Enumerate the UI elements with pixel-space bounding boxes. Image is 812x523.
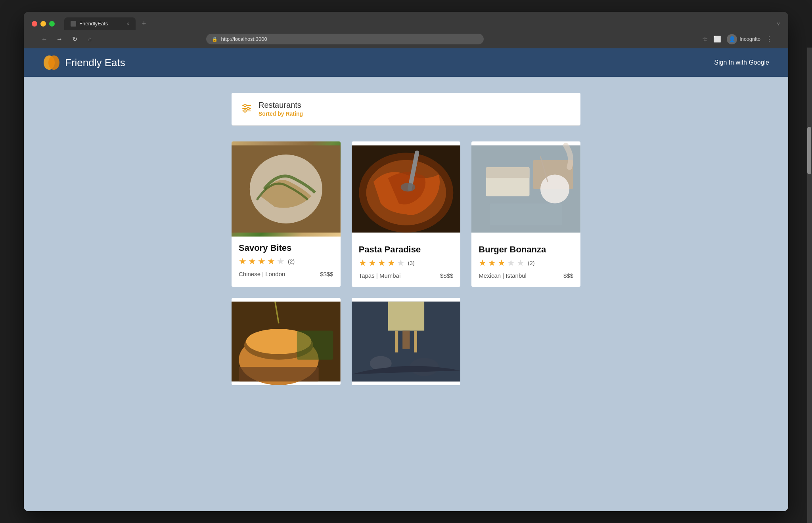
card-body: Savory Bites ★ ★ ★ ★ ★ (2) Chinese | Lon… [232, 237, 341, 285]
svg-rect-35 [414, 331, 417, 353]
star-3: ★ [498, 258, 506, 268]
minimize-dot[interactable] [40, 21, 46, 27]
restaurant-image [352, 141, 461, 238]
incognito-avatar: 👤 [727, 34, 737, 44]
star-4: ★ [267, 256, 275, 267]
title-bar: FriendlyEats × + ∨ ← → ↻ ⌂ 🔒 http://loca… [24, 12, 788, 48]
restaurant-image [352, 298, 461, 385]
restaurant-image [471, 141, 580, 238]
close-dot[interactable] [32, 21, 37, 27]
restaurant-card[interactable]: Burger Bonanza ★ ★ ★ ★ ★ (2) Mexican | I… [471, 141, 580, 287]
card-body: Pasta Paradise ★ ★ ★ ★ ★ (3) Tapas | Mum… [352, 238, 461, 287]
restaurant-card[interactable]: Savory Bites ★ ★ ★ ★ ★ (2) Chinese | Lon… [232, 141, 341, 287]
review-count: (2) [528, 260, 534, 266]
url-text: http://localhost:3000 [221, 36, 267, 42]
filter-icon [241, 102, 252, 116]
stars-row: ★ ★ ★ ★ ★ (2) [479, 258, 573, 268]
filter-subtitle: Sorted by Rating [259, 111, 303, 117]
svg-rect-33 [388, 302, 424, 330]
star-1: ★ [479, 258, 486, 268]
star-5: ★ [517, 258, 525, 268]
svg-rect-34 [395, 331, 398, 353]
star-1: ★ [239, 256, 247, 267]
star-2: ★ [488, 258, 496, 268]
filter-header: Restaurants Sorted by Rating [232, 93, 580, 126]
address-bar-row: ← → ↻ ⌂ 🔒 http://localhost:3000 ☆ ⬜ 👤 In… [32, 30, 780, 48]
content-wrapper: Restaurants Sorted by Rating [224, 93, 588, 385]
review-count: (2) [288, 258, 295, 265]
restaurant-name: Pasta Paradise [359, 244, 454, 255]
stars-row: ★ ★ ★ ★ ★ (2) [239, 256, 333, 267]
svg-rect-10 [232, 145, 341, 233]
incognito-label: Incognito [739, 36, 760, 42]
card-meta: Chinese | London $$$$ [239, 271, 333, 277]
traffic-lights [32, 21, 55, 27]
filter-title: Restaurants [259, 101, 303, 110]
tab-menu-button[interactable]: ∨ [777, 21, 780, 27]
incognito-badge[interactable]: 👤 Incognito [727, 34, 760, 44]
price: $$$$ [440, 272, 453, 279]
tab-title: FriendlyEats [79, 21, 108, 27]
svg-point-7 [244, 110, 246, 112]
restaurant-image [232, 141, 341, 237]
app-header: Friendly Eats Sign In with Google [24, 48, 788, 77]
svg-point-21 [540, 174, 569, 203]
new-tab-button[interactable]: + [139, 18, 149, 29]
svg-point-1 [48, 55, 59, 70]
star-1: ★ [359, 258, 367, 268]
logo-icon [43, 54, 60, 71]
star-4: ★ [387, 258, 395, 268]
svg-rect-36 [402, 331, 410, 349]
star-2: ★ [368, 258, 376, 268]
restaurant-name: Savory Bites [239, 243, 333, 253]
app-title: Friendly Eats [65, 57, 125, 69]
active-tab[interactable]: FriendlyEats × [64, 17, 136, 30]
svg-rect-22 [490, 204, 562, 225]
card-meta: Mexican | Istanbul $$$ [479, 272, 573, 279]
svg-rect-28 [239, 367, 318, 382]
split-view-icon[interactable]: ⬜ [713, 35, 721, 43]
stars-row: ★ ★ ★ ★ ★ (3) [359, 258, 454, 268]
svg-point-5 [247, 107, 249, 110]
restaurant-card[interactable] [232, 298, 341, 385]
forward-button[interactable]: → [55, 36, 64, 43]
bookmark-icon[interactable]: ☆ [702, 35, 708, 43]
svg-point-15 [400, 183, 415, 191]
address-bar[interactable]: 🔒 http://localhost:3000 [206, 34, 484, 44]
back-button[interactable]: ← [40, 36, 49, 43]
star-5: ★ [397, 258, 405, 268]
restaurant-image [232, 298, 341, 385]
price: $$$$ [320, 271, 333, 277]
menu-icon[interactable]: ⋮ [766, 35, 772, 43]
refresh-button[interactable]: ↻ [70, 35, 79, 43]
card-body: Burger Bonanza ★ ★ ★ ★ ★ (2) Mexican | I… [471, 238, 580, 287]
cuisine-city: Tapas | Mumbai [359, 272, 401, 279]
svg-rect-19 [486, 167, 530, 178]
sign-in-button[interactable]: Sign In with Google [714, 59, 769, 66]
star-3: ★ [378, 258, 386, 268]
cuisine-city: Mexican | Istanbul [479, 272, 527, 279]
star-5: ★ [277, 256, 285, 267]
main-area: Restaurants Sorted by Rating [24, 77, 788, 511]
price: $$$ [563, 272, 573, 279]
card-meta: Tapas | Mumbai $$$$ [359, 272, 454, 279]
lock-icon: 🔒 [212, 36, 218, 42]
tab-row: FriendlyEats × + ∨ [32, 17, 780, 30]
review-count: (3) [408, 260, 415, 266]
restaurants-grid: Savory Bites ★ ★ ★ ★ ★ (2) Chinese | Lon… [232, 141, 580, 385]
cuisine-city: Chinese | London [239, 271, 285, 277]
home-button[interactable]: ⌂ [85, 36, 94, 43]
maximize-dot[interactable] [49, 21, 55, 27]
browser-window: FriendlyEats × + ∨ ← → ↻ ⌂ 🔒 http://loca… [24, 12, 788, 511]
svg-point-3 [244, 104, 246, 107]
restaurant-card[interactable] [352, 298, 461, 385]
app-logo: Friendly Eats [43, 54, 125, 71]
tab-favicon [71, 21, 76, 27]
restaurant-name: Burger Bonanza [479, 244, 573, 255]
tab-close-button[interactable]: × [126, 21, 129, 27]
svg-rect-30 [297, 331, 333, 360]
star-4: ★ [507, 258, 515, 268]
star-3: ★ [258, 256, 266, 267]
restaurant-card[interactable]: Pasta Paradise ★ ★ ★ ★ ★ (3) Tapas | Mum… [352, 141, 461, 287]
filter-text: Restaurants Sorted by Rating [259, 101, 303, 117]
